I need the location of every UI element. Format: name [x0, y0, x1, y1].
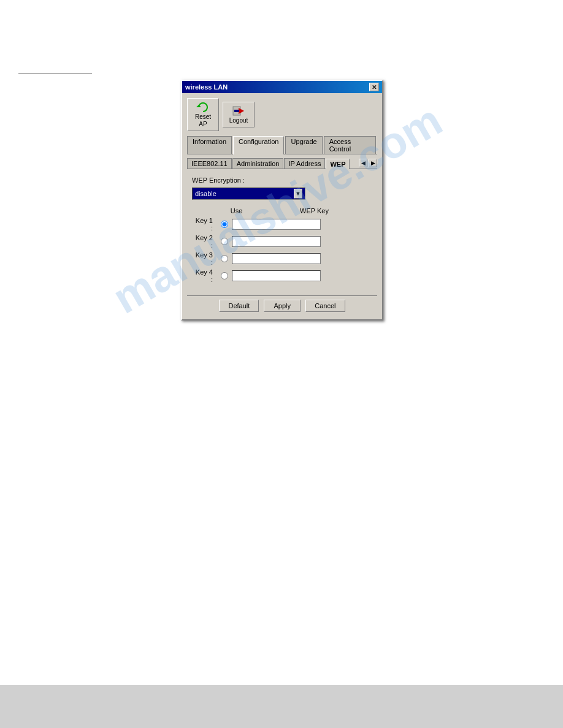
- main-tabs: Information Configuration Upgrade Access…: [187, 136, 377, 154]
- key-1-radio[interactable]: [221, 221, 228, 228]
- content-area: WEP Encryption : disable ▼ Use WEP Key K…: [187, 174, 377, 290]
- key-row-4: Key 4 :: [192, 268, 372, 283]
- apply-button[interactable]: Apply: [264, 300, 301, 312]
- sub-tab-nav: ◀ ▶: [359, 159, 377, 167]
- dialog-body: ResetAP Logout Information Configuration…: [182, 93, 382, 319]
- logout-label: Logout: [229, 117, 248, 124]
- key-table: Use WEP Key Key 1 : Key 2 :: [192, 207, 372, 283]
- key-1-input-cell: [232, 219, 372, 230]
- key-2-input[interactable]: [232, 236, 321, 247]
- svg-rect-3: [234, 110, 239, 112]
- reset-ap-label: ResetAP: [195, 113, 211, 128]
- dropdown-container: disable ▼: [192, 188, 372, 200]
- close-button[interactable]: ✕: [369, 83, 379, 91]
- tab-information[interactable]: Information: [187, 136, 232, 154]
- key-row-3: Key 3 :: [192, 251, 372, 266]
- cancel-button[interactable]: Cancel: [305, 300, 345, 312]
- logout-icon: [231, 105, 246, 117]
- key-1-radio-cell: [216, 221, 232, 228]
- sub-tab-prev-button[interactable]: ◀: [359, 159, 367, 167]
- tab-upgrade[interactable]: Upgrade: [285, 136, 322, 154]
- encryption-dropdown[interactable]: disable ▼: [192, 188, 305, 200]
- sub-tab-next-button[interactable]: ▶: [369, 159, 377, 167]
- dialog-window: wireless LAN ✕ ResetAP: [181, 80, 383, 320]
- key-2-input-cell: [232, 236, 372, 247]
- svg-marker-0: [196, 105, 201, 107]
- sub-tab-ieee802[interactable]: IEEE802.11: [187, 158, 232, 169]
- key-2-radio[interactable]: [221, 238, 228, 245]
- top-line: [18, 74, 92, 74]
- key-3-radio[interactable]: [221, 255, 228, 262]
- key-header-wep: WEP Key: [256, 207, 372, 214]
- default-button[interactable]: Default: [219, 300, 259, 312]
- title-bar: wireless LAN ✕: [182, 81, 382, 93]
- key-2-label: Key 2 :: [192, 234, 216, 249]
- key-4-input-cell: [232, 270, 372, 281]
- sub-tabs: IEEE802.11 Administration IP Address WEP…: [187, 158, 377, 169]
- key-2-radio-cell: [216, 238, 232, 245]
- sub-tab-wep[interactable]: WEP: [326, 159, 350, 169]
- tab-configuration[interactable]: Configuration: [233, 136, 284, 154]
- key-1-label: Key 1 :: [192, 217, 216, 232]
- key-4-radio-cell: [216, 272, 232, 279]
- dropdown-value: disable: [195, 190, 216, 197]
- svg-marker-2: [239, 108, 244, 114]
- key-3-radio-cell: [216, 255, 232, 262]
- key-row-1: Key 1 :: [192, 217, 372, 232]
- key-header-use: Use: [216, 207, 256, 214]
- key-3-input-cell: [232, 253, 372, 264]
- key-4-radio[interactable]: [221, 272, 228, 279]
- reset-ap-button[interactable]: ResetAP: [187, 98, 219, 131]
- toolbar: ResetAP Logout: [187, 98, 377, 131]
- reset-icon: [196, 101, 210, 113]
- key-4-label: Key 4 :: [192, 268, 216, 283]
- dropdown-arrow-icon: ▼: [294, 189, 302, 199]
- wep-encryption-label: WEP Encryption :: [192, 176, 372, 184]
- key-3-input[interactable]: [232, 253, 321, 264]
- bottom-bar: [0, 685, 563, 728]
- key-1-input[interactable]: [232, 219, 321, 230]
- action-buttons: Default Apply Cancel: [187, 295, 377, 314]
- logout-button[interactable]: Logout: [223, 102, 255, 127]
- dialog-title: wireless LAN: [185, 83, 228, 91]
- key-header-row: Use WEP Key: [192, 207, 372, 214]
- tab-access-control[interactable]: Access Control: [324, 136, 376, 154]
- key-4-input[interactable]: [232, 270, 321, 281]
- sub-tab-administration[interactable]: Administration: [232, 158, 284, 169]
- key-3-label: Key 3 :: [192, 251, 216, 266]
- key-row-2: Key 2 :: [192, 234, 372, 249]
- sub-tab-ip-address[interactable]: IP Address: [284, 158, 325, 169]
